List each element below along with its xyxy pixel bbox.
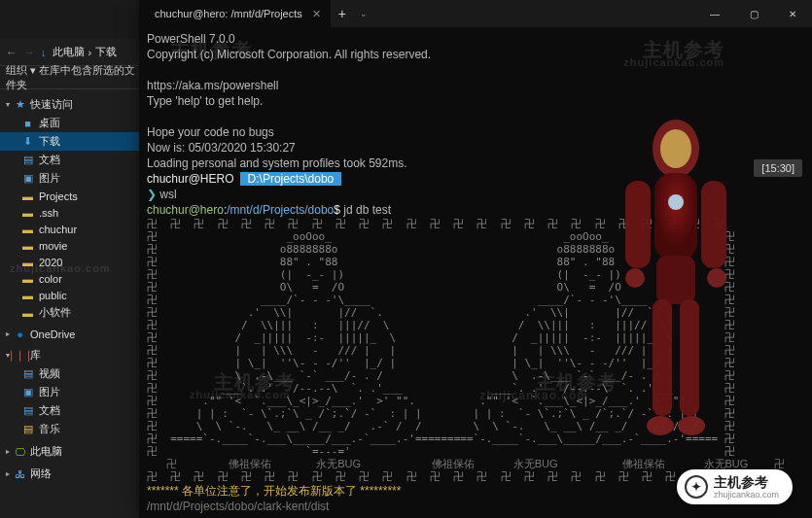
bash-prompt-path: /mnt/d/Projects/dobo: [227, 203, 334, 217]
tab-title: chuchur@hero: /mnt/d/Projects: [155, 8, 302, 19]
time-badge: [15:30]: [754, 159, 802, 177]
ps-prompt-user: chuchur@HERO: [147, 172, 234, 186]
tree-item-label: Projects: [39, 190, 78, 202]
minimize-button[interactable]: ―: [695, 0, 734, 27]
tree-item-label: 文档: [39, 153, 60, 167]
doc-icon: ▤: [21, 154, 34, 166]
folder-icon: ▬: [21, 306, 34, 319]
ironman-background-image: [579, 105, 773, 474]
terminal-line: https://aka.ms/powershell: [147, 78, 804, 93]
window-close-button[interactable]: ✕: [773, 0, 812, 27]
tree-item-label: movie: [39, 240, 67, 252]
svg-rect-4: [625, 181, 651, 268]
svg-point-7: [707, 268, 726, 288]
tree-item-label: 2020: [39, 257, 62, 268]
tree-group-header[interactable]: ▸🖵此电脑: [0, 442, 148, 461]
breadcrumb[interactable]: 此电脑›下载: [53, 45, 118, 59]
folder-icon: ▬: [21, 190, 34, 202]
new-tab-button[interactable]: +: [331, 6, 354, 21]
svg-rect-9: [653, 299, 672, 416]
tree-item[interactable]: ▤音乐: [0, 420, 148, 438]
folder-icon: ▬: [21, 289, 34, 301]
tree-item-label: 视频: [39, 366, 60, 381]
dl-icon: ⬇: [21, 135, 34, 148]
video-icon: ▤: [21, 367, 34, 380]
tree-item-label: 桌面: [39, 116, 60, 130]
back-button[interactable]: ←: [6, 46, 18, 59]
forward-button[interactable]: →: [23, 46, 35, 59]
tree-item[interactable]: ▬Projects: [0, 188, 148, 204]
tree-item[interactable]: ▬小软件: [0, 303, 148, 322]
watermark-logo-icon: ✦: [685, 475, 708, 499]
tree-item-label: .ssh: [39, 207, 58, 219]
tree-item-label: 小软件: [39, 305, 71, 320]
terminal-output[interactable]: PowerShell 7.0.0Copyright (c) Microsoft …: [139, 27, 812, 518]
tree-group-header[interactable]: ▾❘❘❘库: [0, 346, 148, 364]
tree-item-label: 文档: [39, 403, 60, 418]
svg-point-6: [625, 268, 645, 288]
bash-command: jd db test: [343, 203, 391, 217]
terminal-line: Copyright (c) Microsoft Corporation. All…: [147, 47, 804, 62]
tree-item[interactable]: ⬇下载: [0, 132, 148, 151]
watermark-badge: ✦ 主机参考 zhujicankao.com: [677, 469, 793, 504]
svg-point-11: [647, 416, 674, 435]
tree-group-header[interactable]: ▸●OneDrive: [0, 326, 148, 342]
folder-icon: ▬: [21, 272, 34, 285]
tab-dropdown-icon[interactable]: ⌄: [354, 9, 373, 18]
tree-item-label: 图片: [39, 171, 60, 186]
tree-item-label: public: [39, 290, 67, 301]
titlebar: chuchur@hero: /mnt/d/Projects ✕ + ⌄ ― ▢ …: [139, 0, 812, 27]
folder-icon: ▬: [21, 256, 34, 268]
tree-item-label: 音乐: [39, 422, 60, 436]
tree-item[interactable]: ▬chuchur: [0, 221, 148, 237]
tree-item-label: 下载: [39, 134, 60, 149]
svg-rect-2: [654, 173, 697, 260]
ps-command: wsl: [159, 188, 176, 201]
tree-group-header[interactable]: ▸🖧网络: [0, 465, 148, 483]
tree-item[interactable]: ▬.ssh: [0, 204, 148, 221]
tree-item-label: 图片: [39, 385, 60, 399]
folder-tree: ▾★快速访问■桌面⬇下载▤文档▣图片▬Projects▬.ssh▬chuchur…: [0, 89, 148, 518]
svg-point-3: [668, 194, 684, 210]
tab-close-icon[interactable]: ✕: [312, 8, 321, 20]
tree-item[interactable]: ▤文档: [0, 401, 148, 420]
tree-item[interactable]: ▤文档: [0, 151, 148, 169]
folder-icon: ▬: [21, 223, 34, 235]
svg-rect-10: [680, 299, 699, 416]
file-explorer-sidebar: ← → ↓ 此电脑›下载 组织 ▾ 在库中包含所选的文件夹 ▾★快速访问■桌面⬇…: [0, 39, 148, 518]
tree-item[interactable]: ▬2020: [0, 254, 148, 270]
music-icon: ▤: [21, 423, 34, 435]
explorer-organize-toolbar[interactable]: 组织 ▾ 在库中包含所选的文件夹: [0, 66, 148, 89]
tree-item[interactable]: ■桌面: [0, 114, 148, 132]
ps-prompt-path: D:\Projects\dobo: [240, 172, 340, 186]
svg-rect-5: [701, 181, 726, 268]
img-icon: ▣: [21, 172, 34, 185]
terminal-line: [147, 62, 804, 78]
bash-prompt-user: chuchur@hero: [147, 203, 224, 217]
folder-icon: ▬: [21, 239, 34, 252]
folder-icon: ▬: [21, 206, 34, 219]
desktop-icon: ■: [21, 117, 34, 129]
tree-group-header[interactable]: ▾★快速访问: [0, 95, 148, 114]
svg-point-1: [660, 129, 691, 168]
tree-item[interactable]: ▬movie: [0, 237, 148, 254]
tree-item[interactable]: ▣图片: [0, 383, 148, 401]
tree-item[interactable]: ▣图片: [0, 169, 148, 188]
tree-item-label: chuchur: [39, 224, 77, 235]
svg-point-12: [678, 416, 705, 435]
up-button[interactable]: ↓: [41, 47, 47, 58]
tree-item[interactable]: ▬public: [0, 287, 148, 303]
terminal-tab[interactable]: chuchur@hero: /mnt/d/Projects ✕: [139, 0, 331, 27]
doc-icon: ▤: [21, 404, 34, 417]
tree-item-label: color: [39, 273, 62, 285]
maximize-button[interactable]: ▢: [734, 0, 773, 27]
terminal-line: PowerShell 7.0.0: [147, 31, 804, 47]
terminal-window: chuchur@hero: /mnt/d/Projects ✕ + ⌄ ― ▢ …: [139, 0, 812, 518]
img-icon: ▣: [21, 386, 34, 398]
tree-item[interactable]: ▤视频: [0, 364, 148, 383]
svg-rect-8: [656, 256, 695, 304]
tree-item[interactable]: ▬color: [0, 270, 148, 287]
